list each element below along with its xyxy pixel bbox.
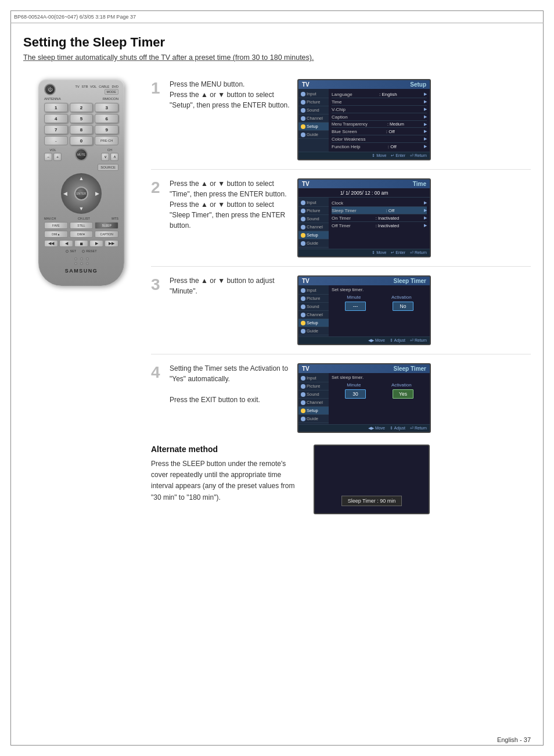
mts-label: MTS	[111, 217, 118, 220]
menu-channel-3: Channel	[298, 311, 329, 319]
tv-brand-1: TV	[302, 81, 310, 88]
step-1-text: Press the MENU button. Press the ▲ or ▼ …	[170, 79, 292, 110]
menu-sound-3: Sound	[298, 303, 329, 311]
screen-1-title: Setup	[410, 81, 426, 88]
num-4-button[interactable]: 4	[44, 114, 68, 123]
screen-2-title: Time	[413, 181, 426, 187]
set-reset-row: SET RESET	[44, 249, 118, 253]
power-button[interactable]: ⏻	[44, 84, 56, 95]
playback-buttons: ◀◀ ◀ ⏹ ▶ ▶▶	[44, 240, 118, 247]
vol-label: VOL	[90, 85, 96, 88]
caption-button[interactable]: CAPTION	[95, 231, 118, 238]
forward-button[interactable]: ▶▶	[105, 240, 118, 247]
step-2: 2 Press the ▲ or ▼ button to select "Tim…	[151, 178, 531, 257]
step-2-text: Press the ▲ or ▼ button to select "Time"…	[170, 178, 292, 231]
num-3-button[interactable]: 3	[95, 103, 118, 112]
sleep-button[interactable]: SLEEP	[95, 222, 118, 229]
menu-picture-2: Picture	[298, 207, 329, 215]
rewind-button[interactable]: ◀◀	[44, 240, 58, 247]
menu-channel-2: Channel	[298, 223, 329, 231]
alternate-title: Alternate method	[151, 445, 302, 454]
dpad-right-button[interactable]: ▶	[95, 191, 99, 196]
time-content: Clock ▶ Sleep Timer : Off ▶	[329, 198, 430, 249]
dim-up-button[interactable]: DIM▲	[44, 231, 68, 238]
dpad-up-button[interactable]: ▲	[79, 175, 84, 181]
vol-plus-button[interactable]: +	[53, 153, 62, 161]
set-label: SET	[70, 249, 76, 253]
remote-dots	[44, 257, 118, 265]
sleep-content-1: Set sleep timer. Minute Activation --- N…	[329, 285, 430, 336]
antenna-label: ANTENNA	[44, 97, 61, 101]
screen-1-footer: ⇕ Move ↵ Enter ⏎ Return	[298, 152, 430, 159]
menu-setup-2: Setup	[298, 231, 329, 239]
activation-header: Activation	[391, 295, 412, 300]
dpad-down-button[interactable]: ▼	[79, 206, 84, 212]
cable-label: CABLE	[99, 85, 109, 88]
menu-guide-3: Guide	[298, 327, 329, 335]
minute-header-2: Minute	[347, 382, 361, 388]
still-button[interactable]: STILL	[70, 222, 93, 229]
steps-column: 1 Press the MENU button. Press the ▲ or …	[151, 79, 531, 514]
activation-value-1: No	[393, 302, 413, 311]
menu-input-4: Input	[298, 374, 329, 382]
minute-value-2: 30	[345, 389, 366, 399]
menu-sound: Sound	[298, 106, 329, 114]
reset-label: RESET	[86, 249, 96, 253]
screen-3-footer: ◀▶ Move ⇕ Adjust ⏎ Return	[298, 336, 430, 344]
source-button[interactable]: SOURCE	[98, 164, 118, 171]
page-footer: English - 37	[497, 736, 531, 743]
num-0-button[interactable]: 0	[70, 136, 93, 145]
dim-down-button[interactable]: DIM▼	[70, 231, 93, 238]
alternate-screen: Sleep Timer : 90 min	[314, 445, 430, 514]
header-bar: BP68-00524A-00(026~047) 6/3/05 3:18 PM P…	[10, 10, 544, 23]
menu-input: Input	[298, 90, 329, 98]
dvd-label: DVD	[111, 85, 118, 88]
step-2-screen: TV Time 1/ 1/ 2005/ 12 : 00 am Input	[297, 178, 431, 257]
num-5-button[interactable]: 5	[70, 114, 93, 123]
tv-menu-1: Input Picture Sound	[298, 89, 329, 152]
num-2-button[interactable]: 2	[70, 103, 93, 112]
num-1-button[interactable]: 1	[44, 103, 68, 112]
num-6-button[interactable]: 6	[95, 114, 118, 123]
menu-setup: Setup	[298, 123, 329, 131]
mute-button[interactable]: MUTE	[75, 148, 88, 161]
dash-button[interactable]: -	[44, 136, 68, 145]
screen-4-footer: ◀▶ Move ⇕ Adjust ⏎ Return	[298, 424, 430, 432]
sleep-set-text-1: Set sleep timer.	[332, 287, 427, 292]
activation-header-2: Activation	[391, 382, 412, 388]
setup-content: Language : English ▶ Time ▶	[329, 89, 430, 152]
menu-setup-3: Setup	[298, 319, 329, 327]
vol-label-2: VOL	[49, 148, 56, 152]
screen-3-title: Sleep Timer	[393, 278, 426, 284]
play-button[interactable]: ▶	[89, 240, 103, 247]
vol-minus-button[interactable]: −	[44, 153, 52, 161]
tv-brand-2: TV	[302, 181, 310, 187]
pre-ch-button[interactable]: PRE-CH	[95, 136, 118, 145]
step-4-number: 4	[151, 363, 161, 381]
ch-minus-button[interactable]: ∨	[101, 153, 109, 161]
sleep-content-2: Set sleep timer. Minute Activation 30 Ye…	[329, 373, 430, 424]
num-7-button[interactable]: 7	[44, 125, 68, 134]
fave-button[interactable]: FAVE	[44, 222, 68, 229]
mode-button[interactable]: MODE	[105, 89, 119, 95]
menu-sound-2: Sound	[298, 215, 329, 223]
num-8-button[interactable]: 8	[70, 125, 93, 134]
function-buttons: FAVE STILL SLEEP DIM▲ DIM▼ CAPTION	[44, 222, 118, 238]
menu-picture-4: Picture	[298, 382, 329, 390]
step-1-number: 1	[151, 79, 161, 96]
dpad-left-button[interactable]: ◀	[63, 191, 67, 196]
mav-ch-label: MAV.CH	[44, 217, 56, 220]
ch-list-label: CH.LIST	[78, 217, 90, 220]
num-9-button[interactable]: 9	[95, 125, 118, 134]
ch-label: CH	[107, 148, 112, 152]
tv-menu-3: Input Picture Sound	[298, 285, 329, 336]
stop-button[interactable]: ⏹	[74, 240, 88, 247]
back-button[interactable]: ◀	[59, 240, 73, 247]
dpad-center-button[interactable]: ENTER	[74, 187, 88, 200]
step-4: 4 Setting the Timer sets the Activation …	[151, 363, 531, 433]
remocon-label: RMOCON	[103, 97, 118, 101]
minute-header: Minute	[347, 295, 361, 300]
ch-plus-button[interactable]: ∧	[110, 153, 118, 161]
activation-value-2: Yes	[393, 389, 413, 399]
set-indicator	[66, 250, 69, 253]
